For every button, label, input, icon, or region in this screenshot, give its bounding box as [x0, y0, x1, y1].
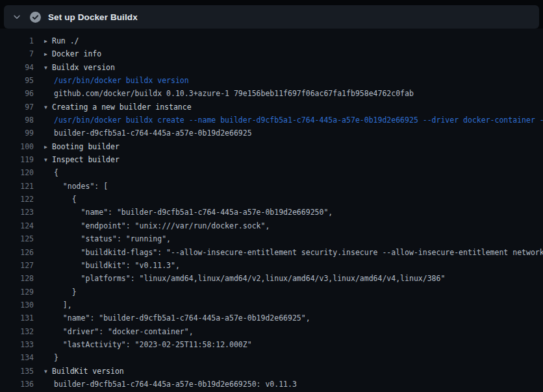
line-number[interactable]: 135: [0, 365, 34, 378]
line-content: "platforms": "linux/amd64,linux/amd64/v2…: [34, 272, 543, 285]
log-rows: 1 ▶Run ./ 7 ▶Docker info 94 ▼Buildx vers…: [0, 34, 543, 391]
line-number[interactable]: 130: [0, 299, 34, 312]
line-number[interactable]: 120: [0, 166, 34, 179]
log-line: 126 "buildkitd-flags": "--allow-insecure…: [0, 246, 543, 259]
line-content: "buildkit": "v0.11.3",: [34, 259, 543, 272]
line-content: "buildkitd-flags": "--allow-insecure-ent…: [34, 246, 543, 259]
line-number[interactable]: 119: [0, 153, 34, 166]
line-number[interactable]: 126: [0, 246, 34, 259]
triangle-down-icon: ▼: [44, 365, 52, 378]
line-content: {: [34, 166, 543, 179]
line-text: /usr/bin/docker buildx create --name bui…: [54, 116, 543, 125]
line-content: "endpoint": "unix:///var/run/docker.sock…: [34, 219, 543, 232]
line-text: "driver": "docker-container",: [54, 327, 194, 336]
line-content[interactable]: ▼BuildKit version: [34, 365, 543, 378]
line-text: BuildKit version: [52, 367, 124, 376]
line-content: /usr/bin/docker buildx create --name bui…: [34, 114, 543, 127]
log-line: 96 github.com/docker/buildx 0.10.3+azure…: [0, 87, 543, 100]
line-number[interactable]: 97: [0, 101, 34, 114]
triangle-right-icon: ▶: [44, 35, 52, 48]
line-content: "driver": "docker-container",: [34, 325, 543, 338]
line-number[interactable]: 132: [0, 325, 34, 338]
log-group-line: 97 ▼Creating a new builder instance: [0, 101, 543, 114]
log-line: 134 }: [0, 351, 543, 364]
triangle-right-icon: ▶: [44, 140, 52, 153]
log-line: 124 "endpoint": "unix:///var/run/docker.…: [0, 219, 543, 232]
line-number[interactable]: 128: [0, 272, 34, 285]
line-content[interactable]: ▶Booting builder: [34, 140, 543, 153]
log-group-line: 135 ▼BuildKit version: [0, 365, 543, 378]
line-content: builder-d9cfb5a1-c764-445a-a57e-0b19d2e6…: [34, 127, 543, 140]
line-content[interactable]: ▶Run ./: [34, 34, 543, 47]
line-text: builder-d9cfb5a1-c764-445a-a57e-0b19d2e6…: [54, 129, 252, 138]
line-text: }: [54, 288, 77, 297]
line-text: {: [54, 168, 58, 177]
line-number[interactable]: 121: [0, 180, 34, 193]
line-number[interactable]: 96: [0, 87, 34, 100]
line-content: }: [34, 351, 543, 364]
line-text: github.com/docker/buildx 0.10.3+azure-1 …: [54, 89, 414, 98]
line-text: Inspect builder: [52, 155, 120, 164]
log-line: 99 builder-d9cfb5a1-c764-445a-a57e-0b19d…: [0, 127, 543, 140]
step-header[interactable]: Set up Docker Buildx: [4, 5, 539, 29]
log-line: 128 "platforms": "linux/amd64,linux/amd6…: [0, 272, 543, 285]
line-content: /usr/bin/docker buildx version: [34, 74, 543, 87]
log-line: 98 /usr/bin/docker buildx create --name …: [0, 114, 543, 127]
log-line: 122 {: [0, 193, 543, 206]
line-content: {: [34, 193, 543, 206]
line-number[interactable]: 129: [0, 286, 34, 299]
triangle-right-icon: ▶: [44, 48, 52, 61]
log-line: 131 "name": "builder-d9cfb5a1-c764-445a-…: [0, 312, 543, 325]
line-content[interactable]: ▼Buildx version: [34, 61, 543, 74]
line-text: "buildkitd-flags": "--allow-insecure-ent…: [54, 248, 543, 257]
line-content[interactable]: ▼Creating a new builder instance: [34, 101, 543, 114]
log-line: 120 {: [0, 166, 543, 179]
line-number[interactable]: 1: [0, 34, 34, 47]
line-content: "nodes": [: [34, 180, 543, 193]
check-circle-icon: [30, 12, 41, 23]
log-line: 121 "nodes": [: [0, 180, 543, 193]
line-number[interactable]: 98: [0, 114, 34, 127]
log-group-line: 100 ▶Booting builder: [0, 140, 543, 153]
line-text: "status": "running",: [54, 234, 171, 243]
line-content: builder-d9cfb5a1-c764-445a-a57e-0b19d2e6…: [34, 378, 543, 391]
line-content[interactable]: ▼Inspect builder: [34, 153, 543, 166]
log-line: 127 "buildkit": "v0.11.3",: [0, 259, 543, 272]
line-number[interactable]: 131: [0, 312, 34, 325]
line-number[interactable]: 94: [0, 61, 34, 74]
step-title: Set up Docker Buildx: [48, 12, 138, 22]
chevron-down-icon: [12, 12, 22, 22]
log-line: 95 /usr/bin/docker buildx version: [0, 74, 543, 87]
line-number[interactable]: 99: [0, 127, 34, 140]
line-text: "name": "builder-d9cfb5a1-c764-445a-a57e…: [54, 208, 333, 217]
line-number[interactable]: 136: [0, 378, 34, 391]
line-text: Booting builder: [52, 142, 120, 151]
line-text: builder-d9cfb5a1-c764-445a-a57e-0b19d2e6…: [54, 380, 297, 389]
line-number[interactable]: 125: [0, 232, 34, 245]
line-text: "buildkit": "v0.11.3",: [54, 261, 180, 270]
log-group-line: 7 ▶Docker info: [0, 47, 543, 60]
line-text: Docker info: [52, 49, 101, 58]
line-content: github.com/docker/buildx 0.10.3+azure-1 …: [34, 87, 543, 100]
line-text: Run ./: [52, 36, 79, 45]
line-number[interactable]: 7: [0, 47, 34, 60]
line-number[interactable]: 122: [0, 193, 34, 206]
log-line: 129 }: [0, 286, 543, 299]
line-number[interactable]: 123: [0, 206, 34, 219]
line-text: Creating a new builder instance: [52, 103, 192, 112]
line-number[interactable]: 100: [0, 140, 34, 153]
line-number[interactable]: 124: [0, 219, 34, 232]
line-text: "endpoint": "unix:///var/run/docker.sock…: [54, 221, 270, 230]
line-text: "lastActivity": "2023-02-25T11:58:12.000…: [54, 340, 252, 349]
log-line: 125 "status": "running",: [0, 232, 543, 245]
line-text: "name": "builder-d9cfb5a1-c764-445a-a57e…: [54, 313, 310, 323]
line-number[interactable]: 134: [0, 351, 34, 364]
triangle-down-icon: ▼: [44, 154, 52, 167]
line-content: ],: [34, 299, 543, 312]
line-number[interactable]: 127: [0, 259, 34, 272]
line-content: "name": "builder-d9cfb5a1-c764-445a-a57e…: [34, 206, 543, 219]
line-content[interactable]: ▶Docker info: [34, 47, 543, 60]
log-viewer: 1 ▶Run ./ 7 ▶Docker info 94 ▼Buildx vers…: [0, 29, 543, 392]
line-number[interactable]: 133: [0, 338, 34, 351]
line-number[interactable]: 95: [0, 74, 34, 87]
